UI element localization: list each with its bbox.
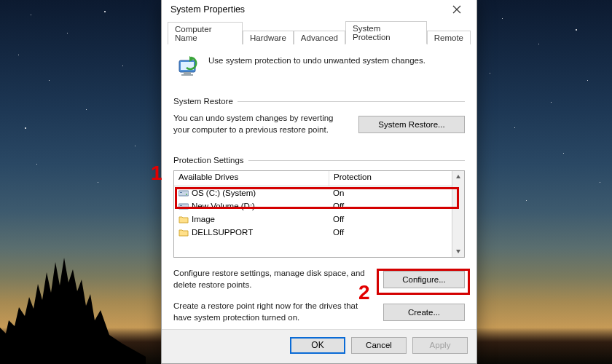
divider [248,160,465,161]
annotation-box-2 [377,269,470,295]
protection-settings-group: Protection Settings Available Drives Pro… [173,156,465,323]
system-restore-title: System Restore [173,97,233,106]
folder-icon [178,215,189,223]
drive-protection: Off [329,227,452,237]
desktop-wallpaper: System Properties Computer Name Hardware… [0,0,612,364]
system-properties-dialog: System Properties Computer Name Hardware… [161,0,477,364]
protection-settings-title: Protection Settings [173,156,244,165]
cancel-button[interactable]: Cancel [351,337,407,354]
list-header: Available Drives Protection [174,171,452,186]
ok-button[interactable]: OK [290,337,345,354]
intro: Use system protection to undo unwanted s… [172,50,466,90]
svg-marker-11 [456,250,460,253]
folder-icon [178,228,189,237]
col-protection[interactable]: Protection [329,171,452,186]
apply-button[interactable]: Apply [412,337,468,354]
configure-desc: Configure restore settings, manage disk … [173,268,376,290]
svg-rect-3 [181,74,193,76]
system-restore-button[interactable]: System Restore... [358,116,465,133]
scrollbar[interactable] [452,171,464,257]
drives-listbox[interactable]: Available Drives Protection OS (C:) (Sys… [173,170,465,258]
divider [238,101,465,102]
scroll-up-button[interactable] [452,171,464,183]
svg-marker-10 [456,175,460,178]
list-item[interactable]: Image Off [174,213,452,226]
list-item[interactable]: DELLSUPPORT Off [174,226,452,239]
drive-name: DELLSUPPORT [192,228,253,237]
tab-hardware[interactable]: Hardware [243,31,294,44]
annotation-number-2: 2 [358,282,370,303]
drive-protection: Off [329,214,452,224]
intro-text: Use system protection to undo unwanted s… [208,55,425,79]
drive-name: Image [192,215,215,223]
tab-remote[interactable]: Remote [427,31,471,44]
annotation-box-1 [175,187,459,209]
dialog-footer: OK Cancel Apply [162,329,476,363]
window-title: System Properties [170,4,245,15]
svg-rect-2 [184,72,191,74]
tree-silhouette [0,240,146,364]
create-desc: Create a restore point right now for the… [173,301,376,323]
tab-computer-name[interactable]: Computer Name [168,22,243,44]
system-protection-icon [176,55,201,79]
scroll-down-button[interactable] [452,245,464,257]
tab-system-protection[interactable]: System Protection [345,21,427,44]
tabbar: Computer Name Hardware Advanced System P… [168,20,471,44]
system-restore-group: System Restore You can undo system chang… [173,97,465,135]
close-icon [452,5,461,14]
close-button[interactable] [444,1,469,18]
create-button[interactable]: Create... [383,304,465,321]
titlebar[interactable]: System Properties [162,0,476,20]
tab-advanced[interactable]: Advanced [294,31,345,44]
system-restore-desc: You can undo system changes by reverting… [173,113,351,135]
col-drives[interactable]: Available Drives [174,171,329,186]
annotation-number-1: 1 [151,163,162,183]
